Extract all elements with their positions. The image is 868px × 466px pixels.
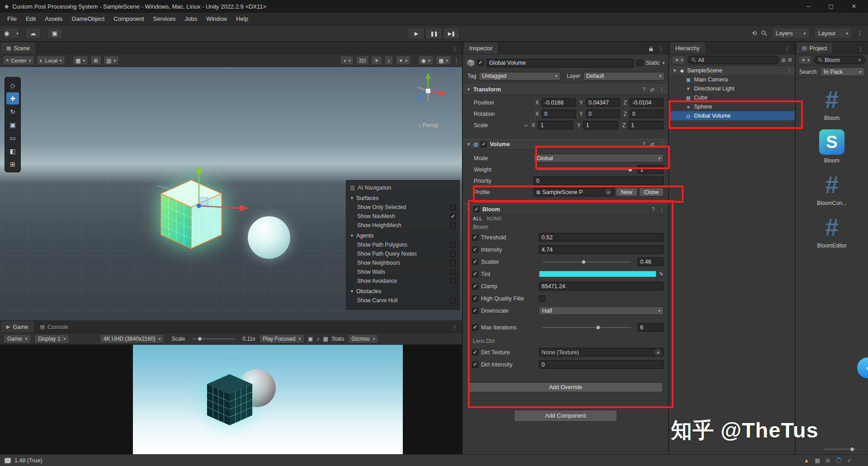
hierarchy-item-sphere[interactable]: ●Sphere	[669, 102, 795, 111]
weight-knob[interactable]	[628, 167, 632, 172]
position-z-field[interactable]	[629, 98, 664, 107]
static-checkbox[interactable]	[637, 60, 643, 66]
hierarchy-search-input[interactable]	[698, 57, 775, 63]
clear-search-icon[interactable]: ✕	[858, 57, 862, 62]
scene-row[interactable]: ▼ ◆ SampleScene ⋮	[669, 66, 795, 75]
volume-header[interactable]: ▼ ◍ Volume ?⇄⋮	[463, 139, 668, 150]
tool-handle-position-dropdown[interactable]: ⌖Center▾	[3, 56, 34, 65]
tab-game[interactable]: ▶Game	[1, 321, 34, 333]
effects-dropdown[interactable]: ✦▾	[396, 56, 410, 65]
bloom-enabled-checkbox[interactable]	[473, 206, 480, 213]
scatter-override-checkbox[interactable]	[472, 259, 478, 265]
perspective-label[interactable]: ‹ Persp	[419, 122, 439, 128]
foldout-icon[interactable]: ▼	[350, 196, 354, 200]
foldout-icon[interactable]: ▼	[350, 233, 354, 238]
step-button[interactable]: ▶❚	[443, 28, 460, 39]
hierarchy-item-directional-light[interactable]: ☀Directional Light	[669, 84, 795, 93]
pause-button[interactable]: ❚❚	[425, 28, 442, 39]
menu-help[interactable]: Help	[231, 14, 253, 24]
asset-bloomeditor-script[interactable]: # BloomEditor	[805, 214, 859, 249]
asset-bloom-shader[interactable]: S Bloom	[805, 128, 859, 164]
foldout-icon[interactable]: ▼	[350, 289, 354, 294]
profile-object-field[interactable]: ▦ SampleScene P ◉	[533, 188, 614, 196]
search-icon[interactable]	[761, 30, 767, 36]
tint-override-checkbox[interactable]	[472, 271, 478, 277]
hierarchy-item-cube[interactable]: ▦Cube	[669, 93, 795, 102]
show-carve-hull-checkbox[interactable]	[450, 298, 456, 304]
dirt-intensity-field[interactable]	[539, 360, 664, 369]
play-button[interactable]: ▶	[408, 28, 425, 39]
static-dropdown-icon[interactable]: ▾	[662, 61, 665, 65]
layer-dropdown[interactable]: Default▾	[583, 72, 665, 81]
override-all-button[interactable]: ALL	[473, 216, 482, 223]
custom-tool-button[interactable]: ⊞	[6, 158, 19, 170]
scale-link-icon[interactable]: ∞	[524, 123, 528, 128]
rotate-tool-button[interactable]: ↻	[6, 105, 19, 118]
presets-icon[interactable]: ⇄	[650, 141, 655, 147]
lighting-toggle[interactable]: ☀	[371, 56, 382, 65]
downscale-dropdown[interactable]: Half▾	[539, 306, 664, 315]
dirt-intensity-override-checkbox[interactable]	[472, 361, 478, 368]
tint-color-swatch[interactable]	[539, 271, 656, 277]
project-search-input[interactable]	[825, 57, 856, 63]
scatter-slider[interactable]	[542, 262, 631, 262]
view-tool-button[interactable]: ◇	[6, 79, 19, 91]
menu-gameobject[interactable]: GameObject	[67, 14, 109, 24]
lock-icon[interactable]	[649, 46, 653, 52]
scene-toolbar-menu-icon[interactable]: ⋮	[453, 57, 459, 64]
show-navmesh-checkbox[interactable]	[450, 214, 456, 219]
maximize-button[interactable]: ▢	[829, 3, 834, 10]
scene-grid-dropdown[interactable]: ▦▾	[436, 56, 451, 65]
gameobject-name-field[interactable]	[486, 59, 634, 67]
help-icon[interactable]: ?	[651, 206, 655, 213]
downscale-override-checkbox[interactable]	[472, 308, 478, 314]
eyedropper-icon[interactable]: ✎	[659, 271, 664, 277]
transform-header[interactable]: ▼ Transform ?⇄⋮	[463, 84, 668, 95]
screenshot-icon[interactable]: ▣	[308, 336, 313, 342]
max-iterations-field[interactable]	[637, 323, 664, 332]
filter-icon[interactable]: ◍	[781, 57, 786, 63]
layout-dropdown[interactable]: Layout▾	[814, 28, 852, 39]
max-iterations-knob[interactable]	[596, 325, 600, 330]
status-message[interactable]: 1.48 (True)	[14, 457, 42, 464]
menu-services[interactable]: Services	[149, 14, 180, 24]
tag-dropdown[interactable]: Untagged▾	[479, 72, 560, 81]
bloom-header[interactable]: ▼ Bloom ?⋮	[463, 204, 668, 215]
rect-tool-button[interactable]: ▭	[6, 132, 19, 144]
create-object-button[interactable]: ＋▾	[672, 56, 685, 64]
tab-scene[interactable]: ▦Scene	[1, 43, 35, 54]
weight-slider[interactable]	[537, 169, 632, 170]
hq-filtering-override-checkbox[interactable]	[472, 295, 478, 302]
show-heightmesh-checkbox[interactable]	[450, 223, 456, 228]
game-panel-menu-icon[interactable]: ⋮	[452, 324, 458, 331]
package-manager-icon[interactable]: ▦	[815, 457, 820, 464]
tab-inspector[interactable]: Inspector	[464, 43, 498, 54]
profile-clone-button[interactable]: Clone	[639, 188, 664, 196]
scale-y-field[interactable]	[583, 121, 618, 129]
game-scale-knob[interactable]	[198, 337, 202, 341]
2d-toggle[interactable]: 2D	[356, 56, 369, 65]
add-override-button[interactable]: Add Override	[468, 382, 663, 392]
stats-button[interactable]: Stats	[332, 336, 344, 342]
show-neighbours-checkbox[interactable]	[450, 260, 456, 266]
threshold-field[interactable]	[539, 233, 664, 242]
foldout-icon[interactable]: ▼	[673, 68, 677, 73]
clamp-override-checkbox[interactable]	[472, 283, 478, 290]
grid-snapping-dropdown[interactable]: ▦▾	[73, 56, 88, 65]
scatter-field[interactable]	[637, 257, 664, 266]
resolution-dropdown[interactable]: 4K UHD (3840x2160)▾	[100, 334, 164, 343]
hierarchy-search[interactable]	[688, 56, 779, 64]
help-icon[interactable]: ?	[642, 86, 646, 93]
show-path-polygons-checkbox[interactable]	[450, 242, 456, 248]
intensity-field[interactable]	[539, 245, 664, 254]
position-y-field[interactable]	[586, 98, 620, 107]
menu-component[interactable]: Component	[109, 14, 148, 24]
transform-tool-button[interactable]: ◧	[6, 145, 19, 157]
hierarchy-item-global-volume[interactable]: ◍Global Volume	[669, 111, 795, 120]
show-walls-checkbox[interactable]	[450, 269, 456, 275]
show-avoidance-checkbox[interactable]	[450, 278, 456, 284]
play-focused-dropdown[interactable]: Play Focused▾	[259, 334, 304, 343]
position-x-field[interactable]	[542, 98, 576, 107]
weight-field[interactable]	[637, 165, 664, 174]
show-only-selected-checkbox[interactable]	[450, 204, 456, 210]
